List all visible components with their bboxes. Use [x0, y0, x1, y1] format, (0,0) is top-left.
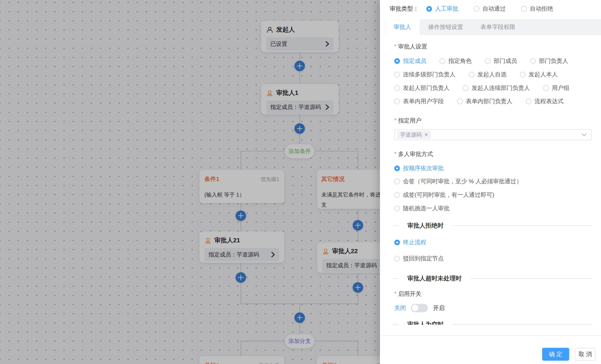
empty-section-title: 审批人为空时 — [407, 320, 444, 325]
approver-setting-row4: 表单内用户字段 表单内部门负责人 流程表达式 — [394, 98, 593, 105]
switch-knob — [412, 305, 418, 311]
radio-dot — [394, 85, 400, 91]
reject-section-divider: 审批人拒绝时 — [392, 222, 592, 229]
modal-dim-overlay — [0, 0, 380, 364]
footer-divider — [380, 335, 601, 336]
radio-dept-leader[interactable]: 部门负责人 — [530, 57, 568, 65]
divider-line — [452, 324, 592, 325]
radio-dot — [485, 58, 491, 64]
divider-line — [392, 324, 399, 325]
radio-random-one[interactable]: 随机挑选一人审批 — [394, 204, 450, 212]
radio-auto-pass[interactable]: 自动通过 — [474, 5, 506, 13]
approver-setting-label: 审批人设置 — [394, 43, 427, 51]
cancel-button[interactable]: 取 消 — [575, 348, 596, 361]
radio-dot — [463, 85, 469, 91]
radio-sequential-approve[interactable]: 按顺序依次审批 — [394, 164, 444, 172]
radio-process-expression[interactable]: 流程表达式 — [526, 97, 564, 105]
radio-dept-member[interactable]: 部门成员 — [485, 57, 517, 65]
approver-setting-row3: 发起人部门负责人 发起人连续部门负责人 用户组 — [394, 85, 593, 91]
radio-dot — [394, 192, 400, 198]
timeout-enable-switch[interactable] — [411, 304, 428, 312]
radio-dot — [457, 99, 463, 104]
tab-button-settings[interactable]: 操作按钮设置 — [428, 23, 463, 31]
approve-type-row: 审批类型： 人工审批 自动通过 自动拒绝 — [390, 3, 593, 15]
user-tag-label: 芋道源码 — [400, 131, 422, 139]
radio-dot — [394, 240, 400, 245]
radio-dot — [526, 99, 531, 104]
radio-form-user-field[interactable]: 表单内用户字段 — [394, 97, 444, 105]
radio-orsign[interactable]: 或签(可同时审批，有一人通过即可) — [394, 191, 494, 199]
radio-auto-reject[interactable]: 自动拒绝 — [521, 5, 553, 13]
close-icon[interactable]: ✕ — [424, 132, 428, 137]
radio-dot — [530, 58, 536, 64]
timeout-switch-row: 关闭 开启 — [394, 303, 445, 313]
radio-form-dept-leader[interactable]: 表单内部门负责人 — [457, 97, 512, 105]
approve-type-label: 审批类型： — [390, 5, 419, 13]
reject-section-title: 审批人拒绝时 — [407, 222, 444, 230]
approver-settings-panel: 审批类型： 人工审批 自动通过 自动拒绝 操作按钮设置 表单字段权限 审批人 审 — [380, 0, 601, 364]
radio-multi-level-dept-leader[interactable]: 连续多级部门负责人 — [394, 71, 455, 78]
user-tag: 芋道源码 ✕ — [397, 131, 431, 139]
confirm-button[interactable]: 确 定 — [542, 348, 569, 361]
assigned-user-label: 指定用户 — [394, 117, 421, 125]
divider-line — [392, 278, 399, 279]
radio-countersign[interactable]: 会签（可同时审批，至少 % 人必须审批通过） — [394, 177, 522, 185]
radio-return-to-node[interactable]: 驳回到指定节点 — [394, 255, 444, 263]
radio-dot — [394, 58, 400, 64]
radio-specified-member[interactable]: 指定成员 — [394, 57, 426, 65]
radio-dot — [474, 6, 479, 12]
approver-setting-row1: 指定成员 指定角色 部门成员 部门负责人 — [394, 58, 593, 64]
radio-dot — [543, 85, 549, 91]
switch-on-label: 开启 — [433, 304, 445, 312]
radio-dot — [394, 256, 400, 262]
radio-dot — [469, 72, 474, 77]
radio-initiator-dept-leader[interactable]: 发起人部门负责人 — [394, 84, 450, 92]
divider-line — [471, 278, 592, 279]
radio-dot — [394, 99, 400, 104]
radio-dot — [521, 6, 527, 12]
timeout-section-title: 审批人超时未处理时 — [407, 274, 462, 283]
enable-switch-label: 启用开关 — [394, 290, 421, 298]
approver-setting-row2: 连续多级部门负责人 发起人自选 发起人本人 — [394, 71, 593, 78]
radio-terminate-process[interactable]: 终止流程 — [394, 238, 426, 246]
timeout-section-divider: 审批人超时未处理时 — [392, 275, 592, 282]
tab-approver[interactable]: 审批人 — [385, 19, 420, 35]
divider-line — [452, 225, 592, 226]
radio-manual-approve[interactable]: 人工审批 — [426, 5, 458, 13]
radio-dot — [394, 72, 400, 77]
switch-off-label: 关闭 — [394, 304, 406, 312]
chevron-down-icon — [581, 133, 587, 136]
radio-initiator-multi-dept-leader[interactable]: 发起人连续部门负责人 — [463, 84, 530, 92]
radio-dot — [394, 179, 400, 184]
multi-approve-label: 多人审批方式 — [394, 150, 433, 158]
radio-dot — [426, 6, 432, 12]
tab-form-field-permission[interactable]: 表单字段权限 — [480, 23, 515, 31]
empty-section-divider: 审批人为空时 — [392, 321, 592, 325]
radio-specified-role[interactable]: 指定角色 — [440, 57, 472, 65]
divider-line — [392, 225, 399, 226]
radio-initiator-choose[interactable]: 发起人自选 — [469, 71, 507, 78]
panel-tabs: 操作按钮设置 表单字段权限 审批人 — [380, 19, 601, 35]
radio-dot — [394, 206, 400, 211]
radio-dot — [394, 166, 400, 171]
tab-strip: 操作按钮设置 表单字段权限 — [420, 19, 601, 35]
radio-dot — [520, 72, 526, 77]
assigned-user-select[interactable]: 芋道源码 ✕ — [394, 129, 592, 140]
panel-scroll-area[interactable]: 审批类型： 人工审批 自动通过 自动拒绝 操作按钮设置 表单字段权限 审批人 审 — [380, 0, 601, 325]
radio-dot — [440, 58, 445, 64]
radio-user-group[interactable]: 用户组 — [543, 84, 569, 92]
radio-initiator-self[interactable]: 发起人本人 — [520, 71, 558, 78]
